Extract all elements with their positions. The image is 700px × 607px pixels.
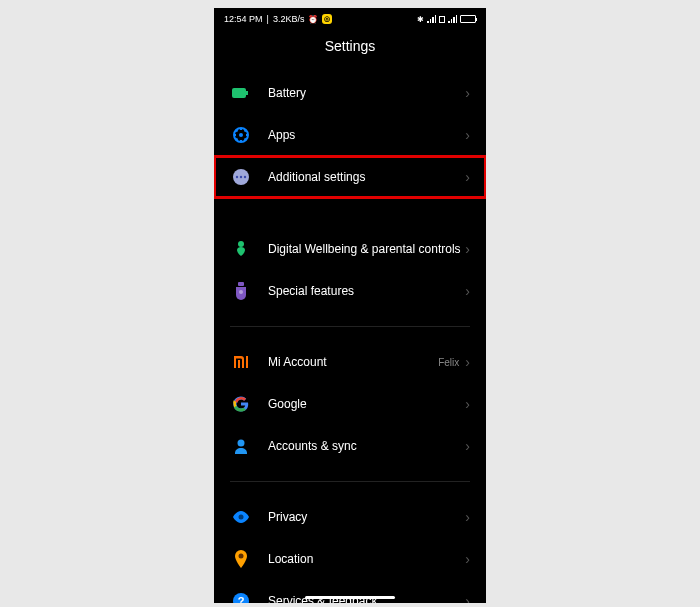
divider	[230, 481, 470, 482]
item-digital-wellbeing[interactable]: Digital Wellbeing & parental controls ›	[214, 228, 486, 270]
svg-point-13	[239, 554, 244, 559]
svg-point-12	[239, 515, 244, 520]
chevron-right-icon: ›	[465, 284, 470, 298]
item-label: Apps	[268, 128, 465, 142]
apps-icon	[230, 124, 252, 146]
help-icon: ?	[230, 590, 252, 603]
item-special-features[interactable]: Special features ›	[214, 270, 486, 312]
item-battery[interactable]: Battery ›	[214, 72, 486, 114]
mi-logo-icon	[230, 351, 252, 373]
battery-settings-icon	[230, 82, 252, 104]
signal-icon	[427, 15, 436, 23]
item-accounts-sync[interactable]: Accounts & sync ›	[214, 425, 486, 467]
svg-text:?: ?	[238, 595, 245, 603]
chevron-right-icon: ›	[465, 510, 470, 524]
svg-point-11	[238, 440, 245, 447]
item-label: Mi Account	[268, 355, 438, 369]
svg-point-10	[239, 290, 243, 294]
item-label: Battery	[268, 86, 465, 100]
page-title: Settings	[214, 28, 486, 72]
location-pin-icon	[230, 548, 252, 570]
item-apps[interactable]: Apps ›	[214, 114, 486, 156]
status-bar: 12:54 PM | 3.2KB/s ⏰ ◎ ✱	[214, 8, 486, 28]
item-label: Privacy	[268, 510, 465, 524]
chevron-right-icon: ›	[465, 552, 470, 566]
alarm-icon: ⏰	[308, 15, 318, 24]
additional-settings-icon	[230, 166, 252, 188]
chevron-right-icon: ›	[465, 355, 470, 369]
item-label: Google	[268, 397, 465, 411]
signal-icon-2	[448, 15, 457, 23]
svg-rect-9	[238, 282, 244, 286]
chevron-right-icon: ›	[465, 242, 470, 256]
svg-point-8	[238, 241, 244, 247]
chevron-right-icon: ›	[465, 397, 470, 411]
svg-point-5	[236, 176, 238, 178]
google-icon	[230, 393, 252, 415]
chevron-right-icon: ›	[465, 594, 470, 603]
item-services-feedback[interactable]: ? Services & feedback ›	[214, 580, 486, 603]
battery-icon	[460, 15, 476, 23]
item-label: Accounts & sync	[268, 439, 465, 453]
status-time: 12:54 PM	[224, 14, 263, 24]
svg-point-3	[239, 133, 243, 137]
item-label: Location	[268, 552, 465, 566]
chevron-right-icon: ›	[465, 439, 470, 453]
status-network-speed: 3.2KB/s	[273, 14, 305, 24]
special-features-icon	[230, 280, 252, 302]
item-google[interactable]: Google ›	[214, 383, 486, 425]
item-privacy[interactable]: Privacy ›	[214, 496, 486, 538]
chevron-right-icon: ›	[465, 86, 470, 100]
chevron-right-icon: ›	[465, 170, 470, 184]
svg-point-7	[244, 176, 246, 178]
phone-frame: 12:54 PM | 3.2KB/s ⏰ ◎ ✱ Settings Batter…	[214, 8, 486, 603]
home-indicator[interactable]	[305, 596, 395, 599]
bluetooth-icon: ✱	[417, 15, 424, 24]
svg-point-6	[240, 176, 242, 178]
item-value: Felix	[438, 357, 459, 368]
account-icon	[230, 435, 252, 457]
svg-rect-0	[232, 88, 246, 98]
divider	[230, 326, 470, 327]
item-mi-account[interactable]: Mi Account Felix ›	[214, 341, 486, 383]
privacy-eye-icon	[230, 506, 252, 528]
item-additional-settings[interactable]: Additional settings ›	[214, 156, 486, 198]
notification-badge-icon: ◎	[322, 14, 332, 24]
sim-icon	[439, 16, 445, 23]
svg-rect-1	[246, 91, 248, 95]
item-label: Special features	[268, 284, 465, 298]
wellbeing-icon	[230, 238, 252, 260]
item-label: Additional settings	[268, 170, 465, 184]
item-location[interactable]: Location ›	[214, 538, 486, 580]
item-label: Digital Wellbeing & parental controls	[268, 242, 465, 256]
chevron-right-icon: ›	[465, 128, 470, 142]
settings-list: Battery › Apps › Additional settings › D…	[214, 72, 486, 603]
